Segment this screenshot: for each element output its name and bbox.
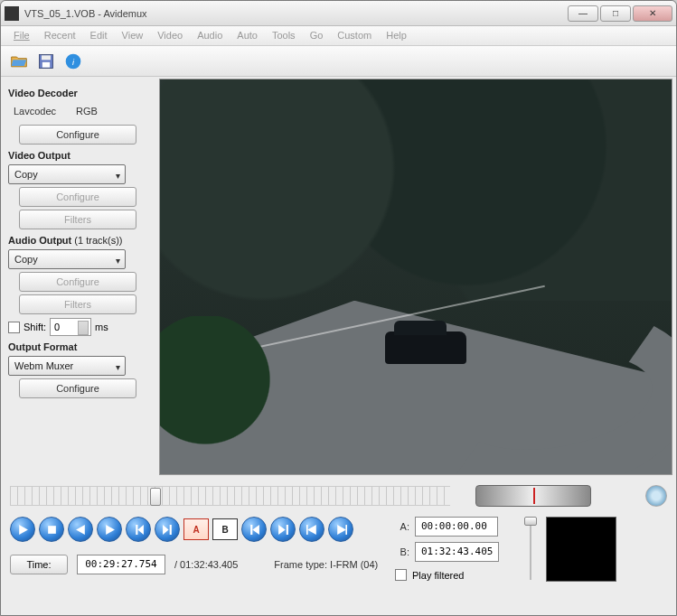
vu-meter bbox=[546, 517, 616, 582]
shift-unit: ms bbox=[95, 322, 108, 332]
goto-marker-b-button[interactable] bbox=[328, 517, 353, 542]
audio-output-filters-button[interactable]: Filters bbox=[19, 294, 136, 314]
close-button[interactable]: ✕ bbox=[633, 5, 672, 22]
seek-thumb[interactable] bbox=[150, 488, 161, 506]
shift-label: Shift: bbox=[24, 322, 46, 332]
shift-checkbox[interactable] bbox=[8, 322, 20, 333]
info-icon[interactable]: i bbox=[62, 51, 84, 72]
stop-button[interactable] bbox=[39, 517, 64, 542]
svg-rect-6 bbox=[306, 525, 308, 535]
video-output-select[interactable]: Copy bbox=[8, 164, 126, 184]
current-time-field[interactable]: 00:29:27.754 bbox=[77, 555, 165, 574]
menu-go[interactable]: Go bbox=[303, 26, 331, 45]
seek-slider[interactable] bbox=[10, 486, 450, 506]
output-format-configure-button[interactable]: Configure bbox=[19, 378, 136, 398]
app-icon bbox=[5, 6, 19, 21]
audio-output-select[interactable]: Copy bbox=[8, 249, 126, 269]
menu-view[interactable]: View bbox=[115, 26, 151, 45]
scrub-wheel[interactable] bbox=[475, 485, 591, 507]
time-button[interactable]: Time: bbox=[10, 555, 68, 574]
minimize-button[interactable]: — bbox=[568, 5, 598, 22]
next-keyframe-button[interactable] bbox=[155, 517, 180, 542]
decoder-name: Lavcodec bbox=[14, 106, 56, 117]
save-icon[interactable] bbox=[35, 51, 57, 72]
decoder-configure-button[interactable]: Configure bbox=[19, 125, 136, 145]
next-frame-button[interactable] bbox=[97, 517, 122, 542]
transport-controls: A B Time: 00:29:27.754 / 01:32:43.405 Fr… bbox=[10, 517, 381, 574]
video-output-heading: Video Output bbox=[8, 150, 152, 161]
video-output-configure-button[interactable]: Configure bbox=[19, 187, 136, 207]
svg-rect-5 bbox=[48, 526, 56, 534]
open-icon[interactable] bbox=[8, 51, 30, 72]
menu-edit[interactable]: Edit bbox=[83, 26, 115, 45]
menu-custom[interactable]: Custom bbox=[330, 26, 379, 45]
svg-rect-7 bbox=[345, 525, 347, 535]
play-button[interactable] bbox=[10, 517, 35, 542]
toolbar: i bbox=[1, 46, 676, 77]
svg-rect-1 bbox=[42, 55, 51, 60]
volume-thumb[interactable] bbox=[524, 517, 537, 526]
menu-auto[interactable]: Auto bbox=[230, 26, 265, 45]
frame-type-label: Frame type: I-FRM (04) bbox=[274, 559, 378, 570]
menu-help[interactable]: Help bbox=[379, 26, 414, 45]
disk-icon[interactable] bbox=[645, 485, 667, 507]
output-format-heading: Output Format bbox=[8, 341, 152, 352]
goto-marker-a-button[interactable] bbox=[299, 517, 324, 542]
app-window: VTS_05_1.VOB - Avidemux — □ ✕ File Recen… bbox=[0, 0, 677, 616]
shift-input[interactable]: 0 bbox=[50, 318, 91, 336]
prev-keyframe-button[interactable] bbox=[126, 517, 151, 542]
set-marker-b-button[interactable]: B bbox=[212, 518, 238, 540]
menu-audio[interactable]: Audio bbox=[190, 26, 230, 45]
output-format-select[interactable]: Webm Muxer bbox=[8, 356, 126, 376]
window-title: VTS_05_1.VOB - Avidemux bbox=[24, 8, 568, 19]
bottom-panel: A B Time: 00:29:27.754 / 01:32:43.405 Fr… bbox=[1, 477, 676, 589]
goto-end-button[interactable] bbox=[270, 517, 296, 542]
video-decoder-heading: Video Decoder bbox=[8, 88, 152, 98]
marker-b-label: B: bbox=[395, 546, 409, 557]
audio-output-heading: Audio Output (1 track(s)) bbox=[8, 235, 152, 246]
marker-panel: A: 00:00:00.00 B: 01:32:43.405 Play filt… bbox=[395, 517, 499, 581]
maximize-button[interactable]: □ bbox=[600, 5, 631, 22]
volume-slider[interactable] bbox=[522, 517, 539, 583]
prev-frame-button[interactable] bbox=[68, 517, 93, 542]
decoder-mode: RGB bbox=[76, 106, 98, 117]
menu-file[interactable]: File bbox=[6, 26, 37, 45]
set-marker-a-button[interactable]: A bbox=[183, 518, 209, 540]
marker-a-value[interactable]: 00:00:00.00 bbox=[415, 517, 498, 537]
play-filtered-label: Play filtered bbox=[412, 570, 464, 581]
goto-start-button[interactable] bbox=[241, 517, 267, 542]
menu-video[interactable]: Video bbox=[150, 26, 190, 45]
video-output-filters-button[interactable]: Filters bbox=[19, 210, 136, 229]
marker-b-value[interactable]: 01:32:43.405 bbox=[415, 542, 499, 562]
menu-tools[interactable]: Tools bbox=[265, 26, 303, 45]
menubar: File Recent Edit View Video Audio Auto T… bbox=[1, 26, 676, 46]
total-duration: / 01:32:43.405 bbox=[174, 559, 238, 570]
svg-rect-2 bbox=[42, 61, 50, 67]
video-preview bbox=[159, 79, 672, 475]
titlebar[interactable]: VTS_05_1.VOB - Avidemux — □ ✕ bbox=[1, 1, 676, 26]
menu-recent[interactable]: Recent bbox=[37, 26, 83, 45]
marker-a-label: A: bbox=[395, 521, 409, 532]
sidebar: Video Decoder Lavcodec RGB Configure Vid… bbox=[1, 77, 159, 477]
play-filtered-checkbox[interactable] bbox=[395, 569, 407, 581]
audio-output-configure-button[interactable]: Configure bbox=[19, 272, 136, 292]
